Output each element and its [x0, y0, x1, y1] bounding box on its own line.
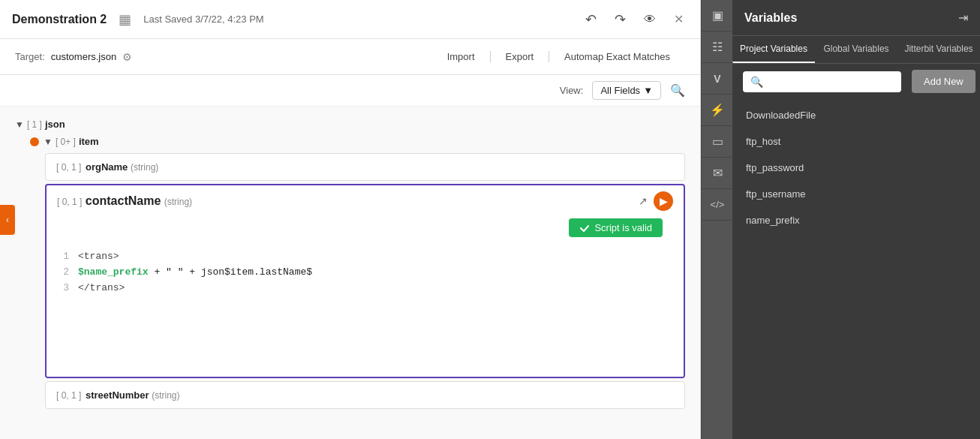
- line-num-1: 1: [57, 249, 69, 265]
- search-input[interactable]: [768, 76, 894, 87]
- script-field-type: (string): [164, 197, 192, 207]
- import-link[interactable]: Import: [432, 51, 491, 62]
- connector-dot: [30, 137, 39, 146]
- script-editor[interactable]: 1<trans> 2$name_prefix + " " + json$item…: [47, 242, 684, 377]
- collapse-tab[interactable]: ‹: [0, 205, 15, 235]
- item-coords: [ 0+ ]: [56, 137, 76, 147]
- sidebar-tabs: Project Variables Global Variables Jitte…: [732, 36, 980, 64]
- search-icon: 🔍: [750, 76, 763, 88]
- search-box: 🔍: [743, 71, 901, 92]
- item-name: item: [79, 136, 99, 147]
- chevron-down-icon: ▼: [643, 85, 653, 96]
- view-label: View:: [560, 85, 584, 96]
- sidebar-title: Variables: [744, 11, 797, 25]
- target-label: Target:: [15, 51, 45, 62]
- code-var: $name_prefix: [78, 266, 149, 278]
- script-line-2: 2$name_prefix + " " + json$item.lastName…: [57, 265, 673, 281]
- tab-jitterbit-variables[interactable]: Jitterbit Variables: [897, 36, 980, 63]
- checkmark-icon: [579, 223, 590, 233]
- side-icon-6[interactable]: </>: [702, 189, 733, 221]
- field-coords-2: [ 0, 1 ]: [56, 390, 81, 401]
- search-icon[interactable]: 🔍: [670, 83, 685, 98]
- sidebar-collapse-button[interactable]: ⇥: [958, 11, 968, 25]
- script-line-3: 3</trans>: [57, 281, 673, 296]
- var-item-0[interactable]: DownloadedFile: [732, 102, 980, 128]
- item-chevron[interactable]: ▼: [44, 137, 53, 147]
- tab-global-variables[interactable]: Global Variables: [815, 36, 897, 63]
- tab-project-variables[interactable]: Project Variables: [732, 36, 815, 63]
- field-card-orgname: [ 0, 1 ] orgName (string): [45, 153, 685, 181]
- document-title: Demonstration 2: [12, 13, 107, 26]
- add-new-button[interactable]: Add New: [912, 70, 975, 93]
- script-field-name: contactName: [86, 194, 161, 207]
- redo-button[interactable]: ↷: [610, 7, 630, 32]
- var-item-4[interactable]: name_prefix: [732, 207, 980, 233]
- side-icon-5[interactable]: ✉: [702, 158, 733, 189]
- variables-list: DownloadedFile ftp_host ftp_password ftp…: [732, 99, 980, 439]
- field-type-0: (string): [131, 162, 158, 173]
- export-link[interactable]: Export: [491, 51, 550, 62]
- field-type-2: (string): [152, 390, 179, 401]
- code-str: + " " + json$item.lastName$: [149, 266, 312, 278]
- script-valid-badge: Script is valid: [569, 218, 663, 237]
- expand-icon[interactable]: ↗: [639, 195, 648, 207]
- script-line-1: 1<trans>: [57, 249, 673, 265]
- field-name-0: orgName: [86, 161, 128, 173]
- field-coords-0: [ 0, 1 ]: [56, 162, 81, 173]
- script-coords: [ 0, 1 ]: [57, 197, 82, 207]
- close-button[interactable]: ✕: [669, 8, 688, 31]
- view-select[interactable]: All Fields ▼: [592, 81, 661, 100]
- target-bar: Target: customers.json ⚙ Import Export A…: [0, 39, 700, 75]
- side-icon-bar: ▣ ☷ V ⚡ ▭ ✉ </>: [701, 0, 732, 439]
- save-info: Last Saved 3/7/22, 4:23 PM: [143, 14, 263, 25]
- script-card-header: [ 0, 1 ] contactName (string) ↗ ▶: [47, 185, 684, 211]
- automap-link[interactable]: Automap Exact Matches: [549, 51, 685, 62]
- line-num-2: 2: [57, 265, 69, 281]
- root-coords: [ 1 ]: [27, 119, 42, 130]
- var-item-3[interactable]: ftp_username: [732, 181, 980, 207]
- view-bar: View: All Fields ▼ 🔍: [0, 75, 700, 107]
- search-row: 🔍 Add New: [732, 64, 980, 99]
- line-num-3: 3: [57, 281, 69, 296]
- target-filename: customers.json: [51, 51, 116, 62]
- script-run-button[interactable]: ▶: [654, 191, 673, 211]
- view-option: All Fields: [600, 85, 640, 96]
- fields-container: [ 0, 1 ] orgName (string) [ 0, 1 ] conta…: [45, 153, 685, 409]
- code-tag-open: <trans>: [78, 251, 119, 262]
- action-links: Import Export Automap Exact Matches: [432, 51, 685, 62]
- field-name-2: streetNumber: [86, 389, 149, 401]
- root-tree-row: ▼ [ 1 ] json: [15, 116, 685, 133]
- header-bar: Demonstration 2 ▦ Last Saved 3/7/22, 4:2…: [0, 0, 700, 39]
- undo-button[interactable]: ↶: [581, 7, 601, 32]
- side-icon-0[interactable]: ▣: [702, 0, 733, 32]
- right-sidebar: Variables ⇥ Project Variables Global Var…: [732, 0, 980, 439]
- side-icon-4[interactable]: ▭: [702, 126, 733, 158]
- var-item-1[interactable]: ftp_host: [732, 128, 980, 155]
- root-name: json: [45, 119, 65, 130]
- side-icon-1[interactable]: ☷: [702, 32, 733, 63]
- root-chevron[interactable]: ▼: [15, 119, 24, 130]
- var-item-2[interactable]: ftp_password: [732, 155, 980, 181]
- sidebar-header: Variables ⇥: [732, 0, 980, 36]
- script-valid-text: Script is valid: [594, 222, 652, 233]
- preview-button[interactable]: 👁: [639, 8, 660, 31]
- mapping-content: ▼ [ 1 ] json ▼ [ 0+ ] item [ 0, 1 ] orgN…: [0, 107, 700, 439]
- item-tree-row: ▼ [ 0+ ] item: [30, 133, 685, 150]
- side-icon-3[interactable]: ⚡: [702, 95, 733, 126]
- collapse-icon: ‹: [6, 215, 9, 225]
- code-tag-close: </trans>: [78, 282, 125, 293]
- script-card-contactname: [ 0, 1 ] contactName (string) ↗ ▶ Sc: [45, 184, 685, 378]
- field-card-streetnumber: [ 0, 1 ] streetNumber (string): [45, 381, 685, 409]
- document-icon: ▦: [119, 11, 131, 28]
- target-settings-icon[interactable]: ⚙: [122, 51, 132, 63]
- script-icons: ↗ ▶: [639, 191, 673, 211]
- side-icon-2[interactable]: V: [702, 63, 733, 95]
